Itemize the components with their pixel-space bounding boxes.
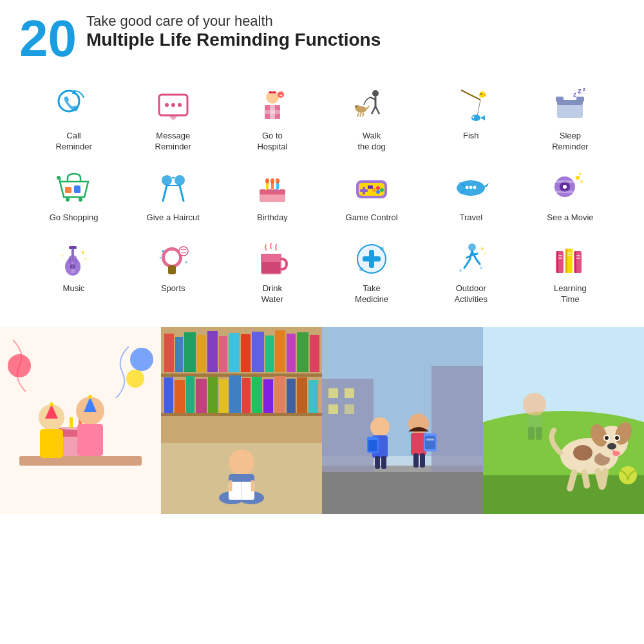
svg-point-41 bbox=[57, 176, 61, 180]
give-haircut-icon bbox=[154, 169, 193, 207]
svg-rect-156 bbox=[219, 379, 228, 413]
svg-point-96 bbox=[380, 247, 384, 251]
svg-text:z: z bbox=[578, 87, 582, 95]
sports-icon bbox=[154, 240, 193, 278]
svg-rect-103 bbox=[556, 251, 564, 273]
svg-point-11 bbox=[372, 90, 379, 97]
svg-rect-92 bbox=[262, 262, 280, 273]
outdoor-activities-icon bbox=[451, 240, 490, 278]
svg-point-3 bbox=[171, 103, 175, 107]
fish-icon bbox=[451, 87, 490, 126]
go-to-hospital-label: Go toHospital bbox=[257, 131, 287, 153]
svg-point-57 bbox=[376, 186, 380, 190]
svg-rect-141 bbox=[219, 336, 227, 372]
travel-item: Travel bbox=[423, 162, 519, 230]
svg-rect-196 bbox=[413, 453, 419, 468]
see-a-movie-item: See a Movie bbox=[522, 162, 618, 230]
svg-rect-111 bbox=[567, 252, 571, 254]
svg-point-60 bbox=[372, 188, 376, 192]
take-medicine-item: TakeMedicine bbox=[324, 233, 420, 312]
birthday-label: Birthday bbox=[257, 213, 288, 223]
go-shopping-item: Go Shopping bbox=[26, 162, 122, 230]
svg-text:z: z bbox=[583, 87, 585, 92]
svg-rect-205 bbox=[536, 427, 542, 440]
svg-rect-56 bbox=[360, 189, 368, 192]
walk-the-dog-label: Walkthe dog bbox=[357, 131, 385, 153]
svg-line-23 bbox=[461, 90, 480, 100]
birthday-icon bbox=[253, 169, 292, 207]
fish-item: Fish bbox=[423, 80, 519, 159]
svg-point-83 bbox=[84, 258, 86, 260]
drink-water-label: DrinkWater bbox=[261, 283, 283, 305]
svg-rect-152 bbox=[175, 380, 185, 413]
sports-label: Sports bbox=[161, 283, 185, 294]
music-label: Music bbox=[63, 283, 85, 294]
svg-rect-38 bbox=[65, 187, 71, 193]
svg-point-58 bbox=[380, 188, 384, 192]
page-container: 20 Take good care of your health Multipl… bbox=[0, 0, 644, 514]
svg-point-90 bbox=[159, 256, 161, 258]
svg-rect-87 bbox=[168, 265, 176, 274]
svg-rect-61 bbox=[368, 185, 373, 189]
header-subtitle: Take good care of your health bbox=[86, 13, 381, 30]
message-reminder-label: MessageReminder bbox=[155, 131, 191, 153]
svg-point-50 bbox=[265, 178, 269, 184]
sleep-reminder-label: SleepReminder bbox=[552, 131, 588, 153]
top-section: 20 Take good care of your health Multipl… bbox=[0, 0, 644, 321]
svg-rect-201 bbox=[483, 475, 644, 514]
svg-point-131 bbox=[8, 354, 31, 377]
svg-point-216 bbox=[615, 436, 619, 440]
svg-point-42 bbox=[162, 175, 172, 185]
take-medicine-icon bbox=[352, 240, 391, 278]
svg-rect-161 bbox=[274, 376, 285, 413]
learning-time-item: LearningTime bbox=[522, 233, 618, 312]
svg-point-101 bbox=[481, 247, 484, 250]
game-control-label: Game Control bbox=[346, 213, 398, 223]
svg-rect-163 bbox=[297, 377, 307, 413]
svg-rect-149 bbox=[310, 335, 319, 372]
go-to-hospital-item: + Go toHospital bbox=[224, 80, 320, 159]
svg-point-36 bbox=[66, 198, 70, 202]
svg-point-59 bbox=[376, 190, 380, 194]
svg-point-133 bbox=[126, 370, 144, 388]
walk-the-dog-item: Walkthe dog bbox=[324, 80, 420, 159]
give-haircut-label: Give a Haircut bbox=[147, 213, 200, 223]
svg-rect-204 bbox=[528, 427, 535, 440]
svg-rect-107 bbox=[574, 251, 582, 273]
svg-point-202 bbox=[523, 393, 546, 416]
svg-rect-177 bbox=[322, 469, 483, 514]
svg-rect-105 bbox=[565, 249, 573, 273]
svg-rect-164 bbox=[308, 380, 318, 413]
svg-point-68 bbox=[563, 185, 567, 189]
svg-text:z: z bbox=[573, 91, 576, 98]
give-haircut-item: Give a Haircut bbox=[125, 162, 221, 230]
svg-line-15 bbox=[375, 106, 379, 114]
svg-rect-147 bbox=[287, 334, 296, 372]
outdoor-activities-label: OutdoorActivities bbox=[455, 283, 488, 305]
svg-rect-181 bbox=[328, 388, 338, 398]
header-text: Take good care of your health Multiple L… bbox=[86, 13, 381, 50]
svg-rect-194 bbox=[425, 436, 435, 449]
svg-rect-159 bbox=[252, 377, 262, 413]
photo-birthday-party bbox=[0, 327, 161, 514]
music-item: Music bbox=[26, 233, 122, 312]
svg-rect-128 bbox=[77, 424, 103, 456]
svg-point-214 bbox=[605, 436, 609, 440]
see-a-movie-label: See a Movie bbox=[547, 213, 593, 223]
svg-line-24 bbox=[477, 100, 480, 116]
svg-rect-39 bbox=[74, 185, 80, 193]
svg-point-65 bbox=[473, 185, 477, 189]
call-reminder-label: CallReminder bbox=[55, 131, 91, 153]
svg-point-2 bbox=[165, 103, 169, 107]
svg-rect-153 bbox=[186, 376, 194, 413]
svg-rect-146 bbox=[275, 330, 285, 372]
icons-grid: CallReminder MessageReminder bbox=[19, 77, 625, 314]
svg-point-132 bbox=[130, 348, 153, 371]
svg-point-28 bbox=[480, 93, 482, 95]
svg-rect-114 bbox=[576, 258, 580, 259]
fish-label: Fish bbox=[463, 131, 479, 142]
svg-point-207 bbox=[573, 445, 592, 460]
header-title: Multiple Life Reminding Functions bbox=[86, 30, 381, 50]
svg-point-69 bbox=[576, 176, 580, 180]
go-shopping-icon bbox=[55, 169, 93, 207]
